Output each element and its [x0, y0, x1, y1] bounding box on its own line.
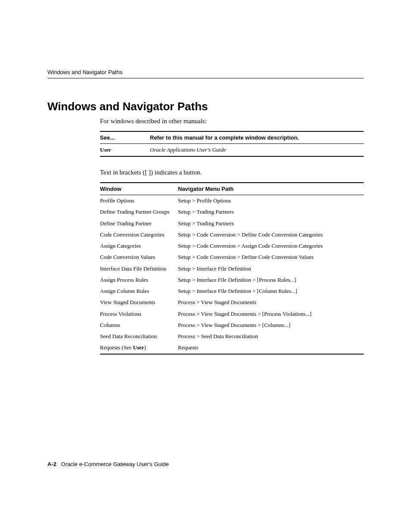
- nav-cell-window: Profile Options: [100, 195, 178, 207]
- table-row: Columns Process > View Staged Documents …: [100, 320, 364, 331]
- nav-cell-path: Setup > Interface File Definition > [Col…: [178, 286, 364, 297]
- nav-cell-path: Process > View Staged Documents > [Proce…: [178, 308, 364, 320]
- nav-cell-window: Process Violations: [100, 308, 178, 320]
- navigator-table: Window Navigator Menu Path Profile Optio…: [100, 182, 364, 355]
- ref-cell-refer: Oracle Applications User's Guide: [150, 144, 364, 157]
- table-row: User Oracle Applications User's Guide: [100, 144, 364, 157]
- nav-cell-path: Setup > Profile Options: [178, 195, 364, 207]
- nav-cell-window: Columns: [100, 320, 178, 331]
- page-title: Windows and Navigator Paths: [47, 100, 364, 113]
- nav-cell-window: Assign Categories: [100, 240, 178, 252]
- nav-cell-window: Code Conversion Categories: [100, 229, 178, 240]
- body-content: For windows described in other manuals: …: [100, 118, 364, 355]
- table-row: Code Conversion Categories Setup > Code …: [100, 229, 364, 240]
- table-row: Define Trading Partner Groups Setup > Tr…: [100, 206, 364, 218]
- nav-cell-path: Process > Seed Data Reconciliation: [178, 331, 364, 342]
- running-header: Windows and Navigator Paths: [47, 69, 364, 78]
- nav-cell-window: Assign Process Rules: [100, 274, 178, 286]
- nav-cell-window: Define Trading Partner Groups: [100, 206, 178, 218]
- table-row: Assign Categories Setup > Code Conversio…: [100, 240, 364, 252]
- table-row: Requests (See User) Requests: [100, 342, 364, 354]
- nav-cell-path: Process > View Staged Documents > [Colum…: [178, 320, 364, 331]
- table-row: Process Violations Process > View Staged…: [100, 308, 364, 320]
- nav-header-path: Navigator Menu Path: [178, 183, 364, 195]
- ref-cell-see: User: [100, 144, 150, 157]
- nav-cell-window: View Staged Documents: [100, 297, 178, 308]
- table-row: Seed Data Reconciliation Process > Seed …: [100, 331, 364, 342]
- nav-cell-path: Setup > Code Conversion > Define Code Co…: [178, 252, 364, 263]
- nav-cell-path: Setup > Interface File Definition: [178, 263, 364, 274]
- nav-cell-path: Setup > Trading Partners: [178, 206, 364, 218]
- table-row: Define Trading Partner Setup > Trading P…: [100, 218, 364, 229]
- ref-header-see: See...: [100, 131, 150, 144]
- table-row: Interface Data File Definition Setup > I…: [100, 263, 364, 274]
- table-row: Code Conversion Values Setup > Code Conv…: [100, 252, 364, 263]
- table-row: View Staged Documents Process > View Sta…: [100, 297, 364, 308]
- page: Windows and Navigator Paths Windows and …: [0, 0, 411, 532]
- nav-cell-path: Process > View Staged Documents: [178, 297, 364, 308]
- intro-text: For windows described in other manuals:: [100, 118, 364, 125]
- reference-table: See... Refer to this manual for a comple…: [100, 131, 364, 157]
- nav-cell-window: Code Conversion Values: [100, 252, 178, 263]
- nav-cell-path: Setup > Trading Partners: [178, 218, 364, 229]
- nav-cell-path: Setup > Code Conversion > Assign Code Co…: [178, 240, 364, 252]
- nav-cell-window: Interface Data File Definition: [100, 263, 178, 274]
- ref-header-refer: Refer to this manual for a complete wind…: [150, 131, 364, 144]
- nav-cell-path: Requests: [178, 342, 364, 354]
- nav-cell-window: Define Trading Partner: [100, 218, 178, 229]
- bracket-note: Text in brackets ([ ]) indicates a butto…: [100, 169, 364, 176]
- table-row: Assign Column Rules Setup > Interface Fi…: [100, 286, 364, 297]
- page-footer: A-2 Oracle e-Commerce Gateway User's Gui…: [47, 461, 169, 467]
- table-row: Assign Process Rules Setup > Interface F…: [100, 274, 364, 286]
- nav-cell-window: Assign Column Rules: [100, 286, 178, 297]
- nav-cell-window: Requests (See User): [100, 342, 178, 354]
- page-number: A-2: [47, 461, 56, 467]
- nav-cell-window-suffix: ): [144, 344, 146, 351]
- nav-cell-window: Seed Data Reconciliation: [100, 331, 178, 342]
- nav-cell-window-bold: User: [133, 344, 144, 351]
- nav-cell-window-prefix: Requests (See: [100, 344, 133, 351]
- table-row: Profile Options Setup > Profile Options: [100, 195, 364, 207]
- nav-cell-path: Setup > Interface File Definition > [Pro…: [178, 274, 364, 286]
- nav-cell-path: Setup > Code Conversion > Define Code Co…: [178, 229, 364, 240]
- nav-header-window: Window: [100, 183, 178, 195]
- book-title: Oracle e-Commerce Gateway User's Guide: [61, 461, 169, 467]
